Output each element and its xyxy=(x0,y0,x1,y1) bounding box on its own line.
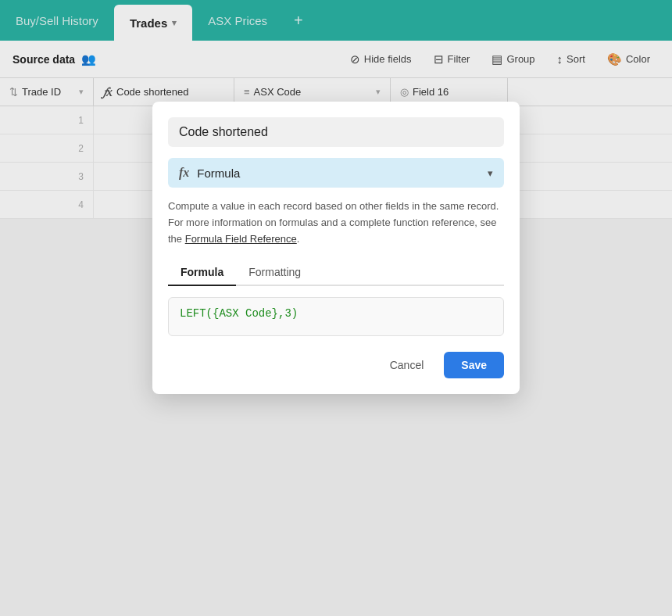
save-button[interactable]: Save xyxy=(444,352,504,378)
field-editor-modal: fx Formula ▾ Compute a value in each rec… xyxy=(152,102,520,394)
field-type-dropdown[interactable]: fx Formula ▾ xyxy=(168,158,504,188)
field-name-input[interactable] xyxy=(168,117,504,147)
tab-formatting[interactable]: Formatting xyxy=(236,260,313,286)
modal-actions: Cancel Save xyxy=(168,352,504,378)
field-description: Compute a value in each record based on … xyxy=(168,199,504,247)
page-wrapper: Buy/Sell History Trades ▾ ASX Prices + S… xyxy=(0,0,672,616)
tab-formula[interactable]: Formula xyxy=(168,260,236,286)
field-type-label: Formula xyxy=(197,167,240,180)
formula-editor[interactable]: LEFT({ASX Code},3) xyxy=(168,297,504,336)
cancel-button[interactable]: Cancel xyxy=(379,353,435,378)
formula-type-icon: fx xyxy=(179,166,189,180)
dropdown-chevron-icon: ▾ xyxy=(488,167,493,179)
formula-reference-link[interactable]: Formula Field Reference xyxy=(185,233,297,245)
modal-tabs: Formula Formatting xyxy=(168,260,504,286)
modal-overlay: fx Formula ▾ Compute a value in each rec… xyxy=(0,0,672,616)
field-type-left: fx Formula xyxy=(179,166,240,180)
